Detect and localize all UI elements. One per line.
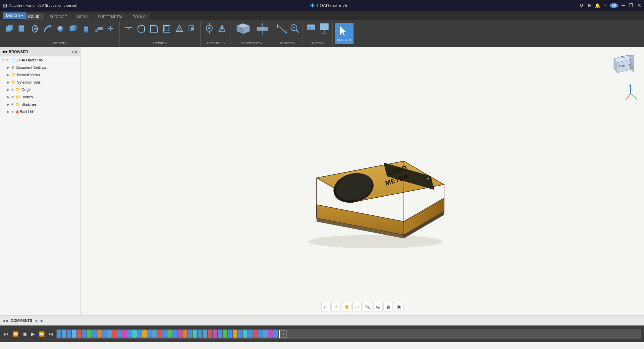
- scale-btn[interactable]: [186, 22, 198, 36]
- as-built-joint-btn[interactable]: [216, 22, 228, 36]
- browser-item-root[interactable]: ▼ 👁 📄 LOAD meter v5 ℹ: [0, 56, 80, 64]
- timeline-item-34[interactable]: [223, 330, 227, 338]
- browser-item-sketches[interactable]: ▶ 👁 📁 Sketches: [0, 101, 80, 108]
- timeline-stop-btn[interactable]: ⏹: [21, 331, 29, 337]
- timeline-item-24[interactable]: [172, 330, 177, 338]
- timeline-next-btn[interactable]: ⏩: [38, 331, 46, 337]
- timeline-item-36[interactable]: [233, 330, 237, 338]
- extrude-btn[interactable]: [16, 22, 28, 36]
- timeline-item-38[interactable]: [243, 330, 248, 338]
- revolve-btn[interactable]: [29, 22, 41, 36]
- eye-icon-bodies[interactable]: 👁: [11, 95, 14, 99]
- timeline-item-26[interactable]: [182, 330, 187, 338]
- view-cube[interactable]: Top Front Right: [607, 52, 637, 82]
- timeline-item-33[interactable]: [218, 330, 222, 338]
- timeline-item-39[interactable]: [248, 330, 253, 338]
- timeline-item-19[interactable]: [147, 330, 152, 338]
- tab-sheet-metal[interactable]: SHEET METAL: [93, 13, 127, 20]
- construct-plane-btn[interactable]: [233, 22, 253, 36]
- timeline-add-btn[interactable]: +: [280, 330, 287, 338]
- comments-collapse-icon[interactable]: ◀◀: [3, 319, 8, 322]
- timeline-track[interactable]: +: [56, 329, 641, 339]
- joint-btn[interactable]: [203, 22, 215, 36]
- inspect-btn[interactable]: [288, 22, 301, 36]
- timeline-item-4[interactable]: [72, 330, 76, 338]
- shell-btn[interactable]: [161, 22, 173, 36]
- eye-icon-origin[interactable]: 👁: [11, 88, 14, 92]
- timeline-item-16[interactable]: [132, 330, 137, 338]
- cylinder-btn[interactable]: [80, 22, 92, 36]
- timeline-item-9[interactable]: [97, 330, 102, 338]
- timeline-item-1[interactable]: [57, 330, 61, 338]
- restore-button[interactable]: ❐: [629, 3, 633, 8]
- fillet-btn[interactable]: [135, 22, 147, 36]
- insert-canvas-btn[interactable]: [318, 22, 330, 36]
- timeline-item-3[interactable]: [67, 330, 71, 338]
- timeline-item-11[interactable]: [107, 330, 112, 338]
- eye-icon-sketches[interactable]: 👁: [11, 103, 14, 106]
- info-icon-root[interactable]: ℹ: [45, 58, 47, 62]
- browser-item-baciLid1[interactable]: ▶ 👁 ◉ Baci Lid:1: [0, 108, 80, 115]
- timeline-item-37[interactable]: [238, 330, 243, 338]
- box-btn[interactable]: [67, 22, 79, 36]
- close-button[interactable]: ✕: [637, 3, 641, 8]
- browser-item-namedViews[interactable]: ▶ 📁 Named Views: [0, 71, 80, 79]
- browser-item-bodies[interactable]: ▶ 👁 📁 Bodies: [0, 93, 80, 101]
- help-icon[interactable]: ?: [604, 3, 606, 8]
- timeline-item-14[interactable]: [122, 330, 127, 338]
- timeline-item-41[interactable]: [258, 330, 263, 338]
- comments-dot[interactable]: ●: [35, 318, 38, 323]
- move-copy-btn[interactable]: ✛: [105, 22, 117, 36]
- timeline-item-13[interactable]: [117, 330, 122, 338]
- sweep-btn[interactable]: [42, 22, 54, 36]
- timeline-first-btn[interactable]: ⏮: [3, 331, 10, 337]
- add-icon[interactable]: ⊕: [587, 3, 591, 8]
- viewport[interactable]: Top Front Right Z Y X: [80, 47, 644, 315]
- draft-btn[interactable]: [173, 22, 185, 36]
- timeline-item-21[interactable]: [157, 330, 162, 338]
- timeline-item-30[interactable]: [203, 330, 207, 338]
- app-grid-icon[interactable]: ⊞: [3, 2, 7, 9]
- insert-decal-btn[interactable]: [306, 22, 318, 36]
- timeline-item-40[interactable]: [253, 330, 258, 338]
- timeline-item-7[interactable]: [87, 330, 92, 338]
- browser-collapse-icon[interactable]: ◀◀: [2, 50, 7, 53]
- timeline-item-23[interactable]: [167, 330, 172, 338]
- construct-axis-btn[interactable]: [254, 22, 271, 36]
- browser-item-docSettings[interactable]: ▶ ⚙ Document Settings: [0, 64, 80, 71]
- timeline-item-29[interactable]: [198, 330, 202, 338]
- timeline-item-22[interactable]: [162, 330, 167, 338]
- display-mode-btn[interactable]: ▦: [384, 302, 393, 311]
- zoom-btn[interactable]: ⊖: [353, 302, 362, 311]
- browser-dot-icon[interactable]: ●: [71, 49, 74, 54]
- timeline-last-btn[interactable]: ⏭: [47, 331, 55, 337]
- timeline-item-44[interactable]: [273, 330, 278, 338]
- select-btn[interactable]: SELECT ▾: [335, 23, 354, 44]
- timeline-item-17[interactable]: [137, 330, 142, 338]
- tab-tools[interactable]: TOOLS: [128, 13, 150, 20]
- timeline-item-20[interactable]: [152, 330, 157, 338]
- timeline-item-43[interactable]: [268, 330, 273, 338]
- chamfer-btn[interactable]: [148, 22, 160, 36]
- press-pull-btn[interactable]: [122, 22, 135, 36]
- timeline-item-18[interactable]: [142, 330, 147, 338]
- design-button[interactable]: DESIGN ▾: [3, 12, 26, 19]
- zoom-plus-btn[interactable]: 🔍: [363, 302, 372, 311]
- tab-solid[interactable]: SOLID: [23, 13, 44, 20]
- timeline-item-25[interactable]: [177, 330, 182, 338]
- sphere-btn[interactable]: [54, 22, 66, 36]
- timeline-item-8[interactable]: [92, 330, 97, 338]
- fit-view-btn[interactable]: ⊕: [321, 302, 331, 311]
- browser-item-selectionSets[interactable]: ▶ 📁 Selection Sets: [0, 79, 80, 86]
- timeline-item-12[interactable]: [112, 330, 117, 338]
- timeline-item-31[interactable]: [208, 330, 212, 338]
- measure-btn[interactable]: [276, 22, 288, 36]
- timeline-item-5[interactable]: [77, 330, 82, 338]
- tab-mesh[interactable]: MESH: [72, 13, 93, 20]
- timeline-item-10[interactable]: [102, 330, 107, 338]
- browser-expand-icon[interactable]: ▶: [75, 49, 78, 54]
- timeline-item-2[interactable]: [62, 330, 66, 338]
- timeline-item-28[interactable]: [193, 330, 197, 338]
- timeline-play-btn[interactable]: ▶: [30, 331, 36, 337]
- loft-btn[interactable]: [93, 22, 105, 36]
